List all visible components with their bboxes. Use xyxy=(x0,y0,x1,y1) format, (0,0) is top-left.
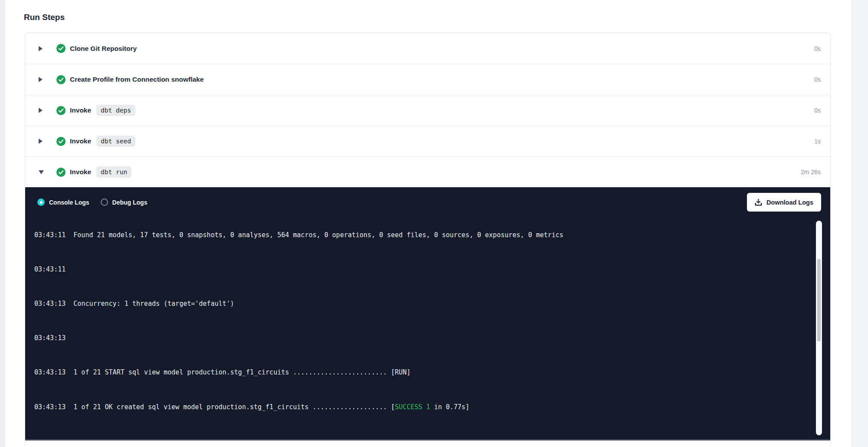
log-line-text: 03:43:13 1 of 21 OK created sql view mod… xyxy=(34,403,391,411)
success-check-icon xyxy=(56,106,66,115)
run-steps-list: Clone Git Repository 0s Create Profile f… xyxy=(25,33,830,187)
run-step-row[interactable]: Create Profile from Connection snowflake… xyxy=(25,64,830,95)
log-scrollbar-thumb[interactable] xyxy=(817,259,821,341)
log-line: 03:43:13 1 of 21 OK created sql view mod… xyxy=(34,403,830,412)
debug-logs-radio[interactable]: Debug Logs xyxy=(101,199,148,206)
step-title: Invoke xyxy=(70,106,91,114)
expand-caret-icon[interactable] xyxy=(39,139,44,144)
page-title: Run Steps xyxy=(24,12,65,23)
log-success-text: SUCCESS 1 xyxy=(395,403,430,411)
step-duration: 0s xyxy=(814,76,821,83)
step-title: Invoke xyxy=(70,168,91,176)
run-steps-card: Clone Git Repository 0s Create Profile f… xyxy=(25,33,831,447)
log-line-text: 03:43:13 xyxy=(34,334,73,342)
radio-unselected-icon[interactable] xyxy=(101,199,108,206)
step-title: Invoke xyxy=(70,137,91,145)
console-panel: Console Logs Debug Logs Download Logs 03… xyxy=(25,187,830,440)
run-step-row[interactable]: Clone Git Repository 0s xyxy=(25,33,830,64)
step-title: Clone Git Repository xyxy=(70,45,137,53)
log-line-text: 03:43:11 Found 21 models, 17 tests, 0 sn… xyxy=(34,231,563,239)
radio-selected-icon[interactable] xyxy=(37,199,45,206)
log-line: 03:43:13 Concurrency: 1 threads (target=… xyxy=(34,300,830,308)
console-log-output[interactable]: 03:43:11 Found 21 models, 17 tests, 0 sn… xyxy=(25,217,830,438)
log-content: 03:43:11 Found 21 models, 17 tests, 0 sn… xyxy=(25,217,830,438)
log-line: 03:43:13 xyxy=(34,334,830,343)
page-right-gutter xyxy=(852,0,868,447)
step-duration: 2m 26s xyxy=(801,169,821,175)
log-line: 03:43:13 2 of 21 START sql view model pr… xyxy=(34,437,830,438)
success-check-icon xyxy=(56,75,66,84)
success-check-icon xyxy=(56,137,66,146)
step-command-badge: dbt run xyxy=(96,166,132,178)
step-duration: 0s xyxy=(814,45,821,52)
run-step-row[interactable]: Invoke dbt seed 1s xyxy=(25,126,830,156)
run-step-row[interactable]: Invoke dbt deps 0s xyxy=(25,95,830,126)
debug-logs-label: Debug Logs xyxy=(112,199,148,206)
download-icon xyxy=(755,199,762,206)
log-line: 03:43:13 1 of 21 START sql view model pr… xyxy=(34,368,830,377)
log-line: 03:43:11 xyxy=(34,265,830,274)
page-left-gutter xyxy=(0,0,5,447)
console-logs-radio[interactable]: Console Logs xyxy=(37,199,89,206)
step-title: Create Profile from Connection snowflake xyxy=(70,76,204,83)
expand-caret-icon[interactable] xyxy=(39,77,44,82)
step-command-badge: dbt seed xyxy=(96,136,135,147)
expand-caret-icon[interactable] xyxy=(39,108,44,113)
expand-caret-icon[interactable] xyxy=(39,46,44,51)
step-duration: 1s xyxy=(814,138,821,145)
log-line: 03:43:11 Found 21 models, 17 tests, 0 sn… xyxy=(34,231,830,240)
log-scrollbar[interactable] xyxy=(816,221,822,435)
download-logs-label: Download Logs xyxy=(766,199,813,206)
success-check-icon xyxy=(56,168,66,177)
run-step-row[interactable]: Invoke dbt run 2m 26s xyxy=(25,156,830,187)
log-line-text: 03:43:13 2 of 21 START sql view model pr… xyxy=(34,437,391,438)
log-line-text: 03:43:13 1 of 21 START sql view model pr… xyxy=(34,368,391,376)
expand-caret-icon[interactable] xyxy=(39,170,44,174)
log-line-text: 03:43:11 xyxy=(34,265,73,273)
download-logs-button[interactable]: Download Logs xyxy=(747,193,821,212)
step-duration: 0s xyxy=(814,107,821,114)
console-header: Console Logs Debug Logs Download Logs xyxy=(25,187,830,217)
log-line-text: 03:43:13 Concurrency: 1 threads (target=… xyxy=(34,300,234,308)
step-command-badge: dbt deps xyxy=(96,105,135,116)
console-logs-label: Console Logs xyxy=(49,199,89,206)
success-check-icon xyxy=(56,44,66,53)
